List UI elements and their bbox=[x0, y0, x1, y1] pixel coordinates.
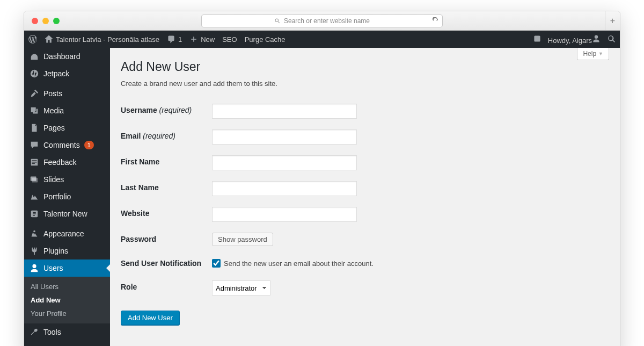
admin-bar: Talentor Latvia - Personāla atlase 1 New… bbox=[24, 31, 620, 48]
notification-icon bbox=[533, 34, 541, 43]
label-password: Password bbox=[121, 227, 212, 251]
reload-icon[interactable] bbox=[432, 17, 439, 24]
account-link[interactable]: Howdy, Aigars bbox=[548, 34, 601, 45]
sidebar-item-posts[interactable]: Posts bbox=[24, 85, 110, 102]
last-name-input[interactable] bbox=[212, 181, 357, 196]
sidebar-item-pages[interactable]: Pages bbox=[24, 119, 110, 136]
notification-label[interactable]: Send the new user an email about their a… bbox=[212, 259, 374, 268]
show-password-button[interactable]: Show password bbox=[212, 233, 273, 246]
username-input[interactable] bbox=[212, 104, 357, 119]
new-content-link[interactable]: New bbox=[189, 35, 215, 44]
svg-rect-3 bbox=[32, 160, 37, 161]
address-bar[interactable]: Search or enter website name bbox=[201, 15, 443, 27]
wp-logo[interactable] bbox=[28, 35, 37, 44]
window-close-button[interactable] bbox=[32, 18, 38, 24]
notification-checkbox[interactable] bbox=[212, 259, 221, 268]
sidebar-item-users[interactable]: Users bbox=[24, 260, 110, 277]
svg-point-1 bbox=[31, 70, 38, 77]
sidebar-item-plugins[interactable]: Plugins bbox=[24, 242, 110, 260]
add-new-user-button[interactable]: Add New User bbox=[121, 311, 180, 325]
sidebar-item-talentor[interactable]: Talentor New bbox=[24, 205, 110, 222]
submenu-add-new[interactable]: Add New bbox=[24, 293, 110, 307]
label-website: Website bbox=[121, 201, 212, 227]
main-content: Help▼ Add New User Create a brand new us… bbox=[110, 48, 620, 346]
sidebar-item-jetpack[interactable]: Jetpack bbox=[24, 65, 110, 82]
website-input[interactable] bbox=[212, 207, 357, 222]
seo-link[interactable]: SEO bbox=[222, 35, 237, 44]
site-name-link[interactable]: Talentor Latvia - Personāla atlase bbox=[45, 35, 159, 44]
sidebar-item-portfolio[interactable]: Portfolio bbox=[24, 188, 110, 205]
label-username: Username (required) bbox=[121, 98, 212, 124]
submenu-all-users[interactable]: All Users bbox=[24, 280, 110, 293]
page-title: Add New User bbox=[121, 60, 609, 74]
plus-icon bbox=[189, 35, 198, 44]
svg-rect-4 bbox=[32, 162, 37, 162]
svg-rect-0 bbox=[534, 35, 540, 41]
label-last-name: Last Name bbox=[121, 176, 212, 201]
comments-badge: 1 bbox=[84, 141, 94, 149]
sidebar-item-feedback[interactable]: Feedback bbox=[24, 154, 110, 171]
submenu-your-profile[interactable]: Your Profile bbox=[24, 307, 110, 320]
home-icon bbox=[45, 35, 53, 44]
svg-rect-5 bbox=[32, 163, 35, 164]
first-name-input[interactable] bbox=[212, 155, 357, 170]
search-icon bbox=[607, 34, 616, 43]
comments-link[interactable]: 1 bbox=[167, 35, 182, 44]
window-minimize-button[interactable] bbox=[42, 18, 49, 24]
search-icon bbox=[274, 18, 281, 24]
role-select[interactable]: Administrator bbox=[212, 280, 270, 295]
label-role: Role bbox=[121, 275, 212, 301]
sidebar-item-settings[interactable]: Settings bbox=[24, 341, 110, 346]
browser-chrome: Search or enter website name + bbox=[24, 11, 620, 31]
address-placeholder: Search or enter website name bbox=[284, 17, 370, 25]
search-toggle[interactable] bbox=[607, 34, 616, 45]
svg-point-9 bbox=[33, 230, 35, 233]
sidebar-item-media[interactable]: Media bbox=[24, 102, 110, 119]
svg-rect-7 bbox=[32, 178, 38, 182]
sidebar-item-tools[interactable]: Tools bbox=[24, 323, 110, 341]
comment-icon bbox=[167, 35, 175, 44]
user-icon bbox=[592, 34, 601, 43]
label-email: Email (required) bbox=[121, 124, 212, 150]
sidebar-item-appearance[interactable]: Appearance bbox=[24, 225, 110, 242]
email-input[interactable] bbox=[212, 129, 357, 145]
label-notification: Send User Notification bbox=[121, 251, 212, 275]
sidebar-item-dashboard[interactable]: Dashboard bbox=[24, 48, 110, 65]
sidebar-item-comments[interactable]: Comments1 bbox=[24, 136, 110, 154]
admin-sidebar: Dashboard Jetpack Posts Media Pages Comm… bbox=[24, 48, 110, 346]
page-description: Create a brand new user and add them to … bbox=[121, 80, 609, 88]
sidebar-item-slides[interactable]: Slides bbox=[24, 171, 110, 188]
users-submenu: All Users Add New Your Profile bbox=[24, 277, 110, 323]
window-maximize-button[interactable] bbox=[53, 18, 60, 24]
new-tab-button[interactable]: + bbox=[605, 11, 620, 31]
purge-cache-link[interactable]: Purge Cache bbox=[245, 35, 286, 44]
help-tab[interactable]: Help▼ bbox=[577, 48, 609, 60]
notifications[interactable] bbox=[533, 34, 541, 45]
label-first-name: First Name bbox=[121, 150, 212, 176]
